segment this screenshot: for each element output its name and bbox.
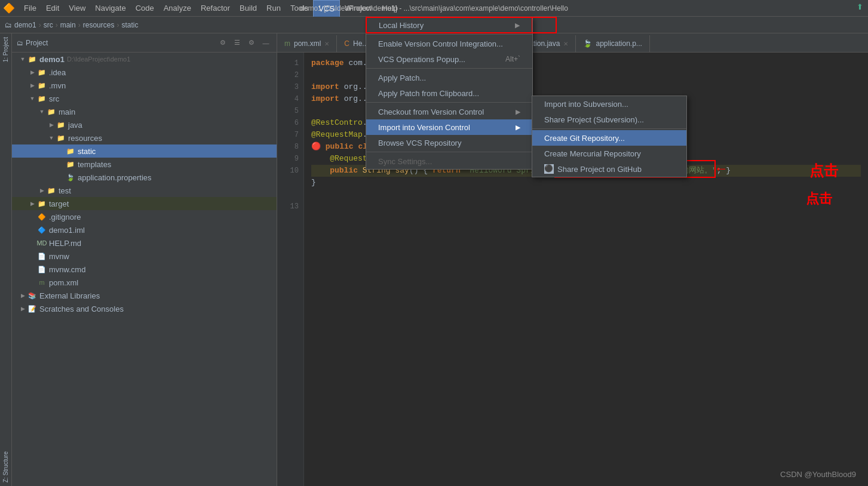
menu-build[interactable]: Build: [235, 0, 262, 17]
tree-label-resources: resources: [68, 134, 102, 143]
menu-item-apply-patch[interactable]: Apply Patch...: [366, 70, 532, 85]
tree-item-java[interactable]: ▶ 📁 java: [12, 118, 277, 131]
breadcrumb-static[interactable]: static: [121, 21, 138, 29]
tree-label-demo1: demo1: [39, 55, 65, 64]
tab-icon-he: C: [344, 39, 349, 48]
tree-label-mvnwcmd: mvnw.cmd: [49, 265, 85, 274]
tree-item-templates[interactable]: 📁 templates: [12, 158, 277, 171]
sidebar-options-btn[interactable]: ⚙: [246, 37, 257, 49]
icon-application-properties: 🍃: [66, 173, 75, 182]
tree-item-scratches[interactable]: ▶ 📝 Scratches and Consoles: [12, 302, 277, 315]
tree-arrow-main: ▼: [38, 108, 45, 115]
menu-item-enable-vcs[interactable]: Enable Version Control Integration...: [366, 36, 532, 51]
side-panel-structure[interactable]: Z: Structure: [1, 448, 10, 486]
vcs-menu[interactable]: Local History ▶ Enable Version Control I…: [366, 17, 533, 170]
tab-label-pomxml: pom.xml: [294, 39, 321, 48]
menu-code[interactable]: Code: [131, 0, 159, 17]
tree-label-static: static: [78, 147, 96, 156]
menu-item-apply-patch-clipboard[interactable]: Apply Patch from Clipboard...: [366, 85, 532, 101]
menu-run[interactable]: Run: [262, 0, 286, 17]
tree-label-mvnw: mvnw: [49, 252, 69, 261]
sidebar-header: 🗂 Project ⚙ ☰ ⚙ —: [12, 33, 277, 53]
menu-view[interactable]: View: [64, 0, 90, 17]
icon-extlibs: 📚: [27, 291, 37, 300]
folder-icon-mvn: 📁: [37, 81, 47, 90]
side-panel-tabs: 1: Project Z: Structure: [0, 33, 12, 486]
tab-pomxml[interactable]: m pom.xml ✕: [277, 35, 337, 52]
menu-item-vcs-popup[interactable]: VCS Operations Popup... Alt+`: [366, 51, 532, 67]
sidebar-folder-icon: 🗂: [17, 39, 23, 47]
side-panel-project[interactable]: 1: Project: [1, 33, 10, 66]
tree-item-demo1[interactable]: ▼ 📁 demo1 D:\IdeaProject\demo1: [12, 53, 277, 66]
sidebar-layout-btn[interactable]: ☰: [231, 37, 243, 49]
tree-item-demo1iml[interactable]: 🔷 demo1.iml: [12, 223, 277, 236]
menu-file[interactable]: File: [19, 0, 41, 17]
menu-label-browse-vcs: Browse VCS Repository: [378, 139, 461, 147]
tree-item-test[interactable]: ▶ 📁 test: [12, 184, 277, 197]
dianji-annotation: 点击: [809, 161, 838, 180]
tree-arrow-mvn: ▶: [29, 82, 36, 89]
tree-item-static[interactable]: 📁 static: [12, 144, 277, 158]
sidebar-close-btn[interactable]: —: [260, 37, 272, 49]
tree-arrow-demo1: ▼: [19, 56, 26, 63]
folder-icon-main: 📁: [47, 107, 56, 116]
menu-navigate[interactable]: Navigate: [90, 0, 130, 17]
menu-arrow-local-history: ▶: [515, 21, 520, 29]
menu-item-sync-settings[interactable]: Sync Settings...: [366, 153, 532, 169]
sidebar-toolbar: ⚙ ☰ ⚙ —: [217, 37, 272, 49]
breadcrumb-resources[interactable]: resources: [83, 21, 115, 29]
breadcrumb-src[interactable]: src: [44, 21, 53, 29]
breadcrumb-demo1[interactable]: demo1: [14, 21, 36, 29]
tree-arrow-mvnwcmd: [29, 266, 36, 273]
menu-sep-4: [366, 152, 532, 152]
menu-item-import-vcs[interactable]: Import into Version Control ▶: [366, 119, 532, 135]
menu-analyze[interactable]: Analyze: [159, 0, 196, 17]
tree-item-helpmd[interactable]: MD HELP.md: [12, 236, 277, 250]
folder-icon-src: 📁: [37, 94, 47, 103]
watermark: CSDN @YouthBlood9: [780, 470, 856, 479]
tree-label-demo1iml: demo1.iml: [49, 226, 85, 235]
tree-item-application-properties[interactable]: 🍃 application.properties: [12, 171, 277, 184]
menu-label-enable-vcs: Enable Version Control Integration...: [378, 39, 503, 48]
tree-item-main[interactable]: ▼ 📁 main: [12, 105, 277, 118]
tree-item-pomxml[interactable]: m pom.xml: [12, 276, 277, 289]
menu-label-apply-patch: Apply Patch...: [378, 73, 426, 82]
tree-arrow-templates: [57, 161, 65, 168]
tree-item-gitignore[interactable]: 🔶 .gitignore: [12, 210, 277, 223]
icon-mvnw: 📄: [37, 251, 47, 261]
tree-label-mvn: .mvn: [49, 81, 66, 90]
tab-appprops[interactable]: 🍃 application.p...: [576, 35, 649, 52]
menu-edit[interactable]: Edit: [41, 0, 64, 17]
tree-item-target[interactable]: ▶ 📁 target: [12, 197, 277, 210]
menu-item-browse-vcs[interactable]: Browse VCS Repository: [366, 135, 532, 150]
tree-item-resources[interactable]: ▼ 📁 resources: [12, 131, 277, 144]
folder-icon-static: 📁: [66, 146, 75, 156]
breadcrumb-main[interactable]: main: [60, 21, 76, 29]
line-numbers: 1 2 3 4 5 6 7 8 9 10 13: [277, 53, 304, 486]
tree-arrow-gitignore: [29, 213, 36, 220]
tab-label-appprops: application.p...: [596, 39, 642, 48]
tree-item-src[interactable]: ▼ 📁 src: [12, 92, 277, 105]
tree-arrow-pomxml: [29, 279, 36, 286]
tree-arrow-extlibs: ▶: [19, 292, 26, 299]
tab-close-demoapplication[interactable]: ✕: [563, 41, 568, 47]
menu-label-sync-settings: Sync Settings...: [378, 157, 432, 166]
tree-item-idea[interactable]: ▶ 📁 .idea: [12, 66, 277, 79]
sidebar-settings-btn[interactable]: ⚙: [217, 37, 229, 49]
menubar: 🔶 File Edit View Navigate Code Analyze R…: [0, 0, 868, 17]
tree-arrow-mvnw: [29, 253, 36, 260]
tree-item-mvnw[interactable]: 📄 mvnw: [12, 250, 277, 263]
menu-item-local-history[interactable]: Local History ▶: [366, 17, 532, 33]
tree-item-mvn[interactable]: ▶ 📁 .mvn: [12, 79, 277, 92]
tree-arrow-resources: ▼: [48, 134, 55, 142]
tab-close-pomxml[interactable]: ✕: [324, 41, 329, 47]
icon-demo1iml: 🔷: [37, 225, 47, 235]
project-sidebar: 🗂 Project ⚙ ☰ ⚙ — ▼ 📁 demo1 D:\IdeaProje…: [12, 33, 277, 486]
menu-refactor[interactable]: Refactor: [196, 0, 235, 17]
tree-label-templates: templates: [78, 160, 111, 169]
menu-item-checkout-vcs[interactable]: Checkout from Version Control ▶: [366, 104, 532, 119]
icon-gitignore: 🔶: [37, 212, 47, 222]
tree-item-mvnwcmd[interactable]: 📄 mvnw.cmd: [12, 263, 277, 276]
tree-item-extlibs[interactable]: ▶ 📚 External Libraries: [12, 289, 277, 302]
folder-icon-java: 📁: [56, 120, 66, 130]
